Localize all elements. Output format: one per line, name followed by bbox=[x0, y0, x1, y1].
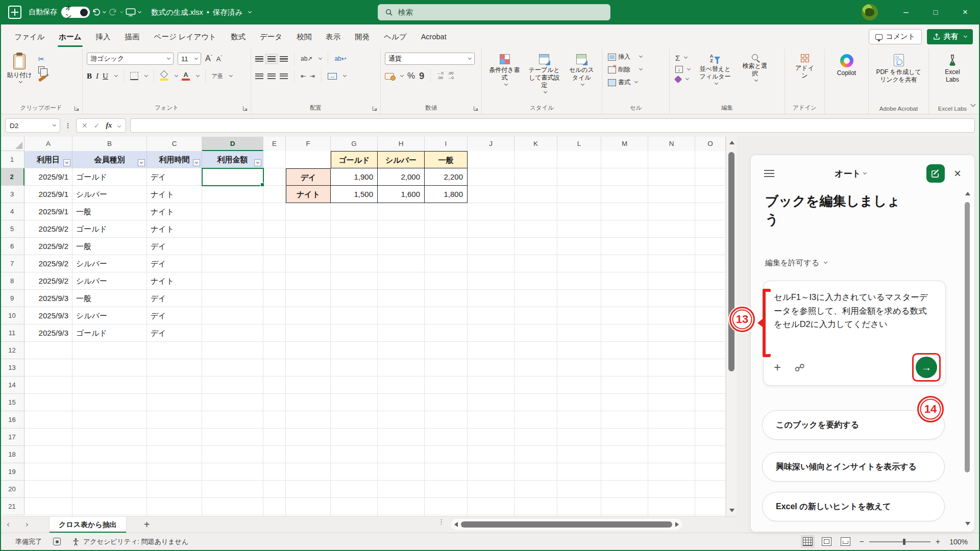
pane-scroll-thumb[interactable] bbox=[965, 202, 970, 472]
edit-permission-dropdown[interactable]: 編集を許可する bbox=[765, 258, 827, 268]
addins-button[interactable]: アドイン bbox=[789, 52, 820, 82]
autosave-control[interactable]: 自動保存 オン bbox=[29, 7, 90, 18]
tab-file[interactable]: ファイル bbox=[7, 24, 52, 49]
cell-C6[interactable]: デイ bbox=[147, 238, 202, 255]
insert-function-button[interactable]: fx bbox=[106, 121, 112, 130]
align-center-icon[interactable] bbox=[267, 73, 276, 79]
suggestion-tips[interactable]: Excel の新しいヒントを教えて bbox=[762, 492, 945, 521]
suggestion-insights[interactable]: 興味深い傾向とインサイトを表示する bbox=[762, 452, 945, 482]
autosum-button[interactable]: Σ bbox=[674, 53, 692, 63]
active-cell-D2[interactable] bbox=[202, 168, 264, 186]
pane-scroll-up-icon[interactable] bbox=[965, 192, 970, 195]
decrease-decimal-button[interactable]: .00 →0 bbox=[448, 71, 454, 81]
redo-button[interactable] bbox=[107, 4, 125, 21]
pane-scroll-down-icon[interactable] bbox=[965, 522, 970, 525]
cell-A11[interactable]: 2025/9/3 bbox=[24, 324, 72, 342]
minimize-button[interactable]: – bbox=[891, 0, 921, 24]
column-header-L[interactable]: L bbox=[557, 137, 601, 151]
cell-B7[interactable]: シルバー bbox=[72, 255, 147, 272]
cell-B11[interactable]: ゴールド bbox=[72, 324, 147, 342]
row-header-10[interactable]: 10 bbox=[0, 307, 24, 324]
decrease-indent-icon[interactable]: ⇤ bbox=[301, 72, 306, 80]
hamburger-menu-icon[interactable] bbox=[764, 170, 774, 177]
fill-button[interactable]: ↓ bbox=[674, 65, 692, 73]
cell-C4[interactable]: ナイト bbox=[147, 203, 202, 220]
row-header-17[interactable]: 17 bbox=[0, 429, 24, 446]
new-chat-button[interactable] bbox=[926, 164, 945, 183]
currency-format-icon[interactable] bbox=[385, 73, 394, 80]
row-header-19[interactable]: 19 bbox=[0, 463, 24, 481]
row-header-1[interactable]: 1 bbox=[0, 151, 24, 168]
filter-button-B[interactable] bbox=[138, 159, 145, 166]
align-bottom-icon[interactable] bbox=[280, 56, 288, 62]
close-pane-button[interactable]: × bbox=[954, 167, 961, 180]
formula-bar-splitter[interactable]: ⋮ bbox=[64, 121, 72, 130]
confirm-entry-icon[interactable]: ✓ bbox=[94, 121, 100, 130]
cell-F2[interactable]: デイ bbox=[286, 168, 331, 186]
zoom-track[interactable] bbox=[869, 541, 930, 542]
zoom-in-icon[interactable]: + bbox=[936, 537, 940, 546]
excel-app-icon[interactable] bbox=[8, 6, 21, 19]
tab-developer[interactable]: 開発 bbox=[348, 24, 377, 49]
cell-B4[interactable]: 一般 bbox=[72, 203, 147, 220]
format-as-table-button[interactable]: テーブルとして書式設定 bbox=[523, 52, 566, 95]
column-header-H[interactable]: H bbox=[378, 137, 425, 151]
row-header-16[interactable]: 16 bbox=[0, 411, 24, 429]
scroll-up-arrow-icon[interactable] bbox=[729, 141, 734, 144]
row-header-13[interactable]: 13 bbox=[0, 359, 24, 377]
cancel-entry-icon[interactable]: ✕ bbox=[82, 121, 88, 130]
alignment-dialog-launcher[interactable] bbox=[372, 106, 378, 111]
column-header-D[interactable]: D bbox=[202, 137, 263, 151]
page-break-view-button[interactable] bbox=[841, 537, 850, 546]
column-header-M[interactable]: M bbox=[601, 137, 648, 151]
zoom-out-icon[interactable]: − bbox=[860, 537, 864, 546]
cell-C9[interactable]: デイ bbox=[147, 290, 202, 307]
find-select-button[interactable]: 検索と選択 bbox=[739, 52, 771, 86]
cell-C3[interactable]: ナイト bbox=[147, 186, 202, 203]
increase-decimal-button[interactable]: ←0 .00 bbox=[437, 71, 443, 81]
tab-page-layout[interactable]: ページ レイアウト bbox=[147, 24, 224, 49]
tab-review[interactable]: 校閲 bbox=[289, 24, 318, 49]
cell-B1[interactable]: 会員種別 bbox=[72, 151, 147, 168]
attach-link-icon[interactable] bbox=[794, 363, 805, 372]
row-header-21[interactable]: 21 bbox=[0, 498, 24, 515]
sheet-nav-prev-button[interactable] bbox=[0, 523, 17, 526]
prompt-text[interactable]: セルF1～I3に入力されているマスターデータを参照して、利用金額を求める数式をセ… bbox=[774, 290, 935, 331]
row-header-3[interactable]: 3 bbox=[0, 186, 24, 203]
conditional-formatting-button[interactable]: 条件付き書式 bbox=[486, 52, 523, 95]
scroll-left-arrow-icon[interactable] bbox=[454, 522, 458, 527]
clear-button[interactable] bbox=[674, 76, 692, 83]
select-all-corner[interactable] bbox=[0, 137, 24, 151]
format-cells-button[interactable]: 書式 bbox=[606, 78, 665, 87]
font-dialog-launcher[interactable] bbox=[242, 106, 248, 111]
row-header-12[interactable]: 12 bbox=[0, 342, 24, 359]
tab-formulas[interactable]: 数式 bbox=[224, 24, 253, 49]
undo-button[interactable] bbox=[90, 4, 107, 21]
column-header-N[interactable]: N bbox=[648, 137, 695, 151]
share-button[interactable]: 共有 bbox=[927, 29, 973, 44]
tab-acrobat[interactable]: Acrobat bbox=[414, 24, 454, 49]
clipboard-dialog-launcher[interactable] bbox=[74, 106, 80, 111]
number-format-select[interactable]: 通貨 bbox=[385, 53, 475, 65]
italic-button[interactable]: I bbox=[96, 72, 99, 81]
cell-B9[interactable]: 一般 bbox=[72, 290, 147, 307]
row-header-7[interactable]: 7 bbox=[0, 255, 24, 272]
cell-A10[interactable]: 2025/9/3 bbox=[24, 307, 72, 324]
page-layout-view-button[interactable] bbox=[822, 537, 831, 546]
cell-B10[interactable]: シルバー bbox=[72, 307, 147, 324]
column-header-C[interactable]: C bbox=[147, 137, 202, 151]
column-header-J[interactable]: J bbox=[468, 137, 514, 151]
cell-B5[interactable]: ゴールド bbox=[72, 220, 147, 238]
font-color-button[interactable]: A bbox=[182, 71, 190, 81]
zoom-level[interactable]: 100% bbox=[949, 538, 968, 546]
row-header-20[interactable]: 20 bbox=[0, 481, 24, 498]
tab-data[interactable]: データ bbox=[253, 24, 289, 49]
cell-G1[interactable]: ゴールド bbox=[331, 151, 378, 168]
comments-button[interactable]: コメント bbox=[869, 29, 922, 44]
bold-button[interactable]: B bbox=[87, 72, 92, 81]
filter-button-C[interactable] bbox=[193, 159, 200, 166]
tab-draw[interactable]: 描画 bbox=[118, 24, 147, 49]
copilot-mode-select[interactable]: オート bbox=[835, 168, 866, 180]
pdf-share-button[interactable]: PDF を作成してリンクを共有 bbox=[873, 52, 924, 86]
cell-B3[interactable]: シルバー bbox=[72, 186, 147, 203]
